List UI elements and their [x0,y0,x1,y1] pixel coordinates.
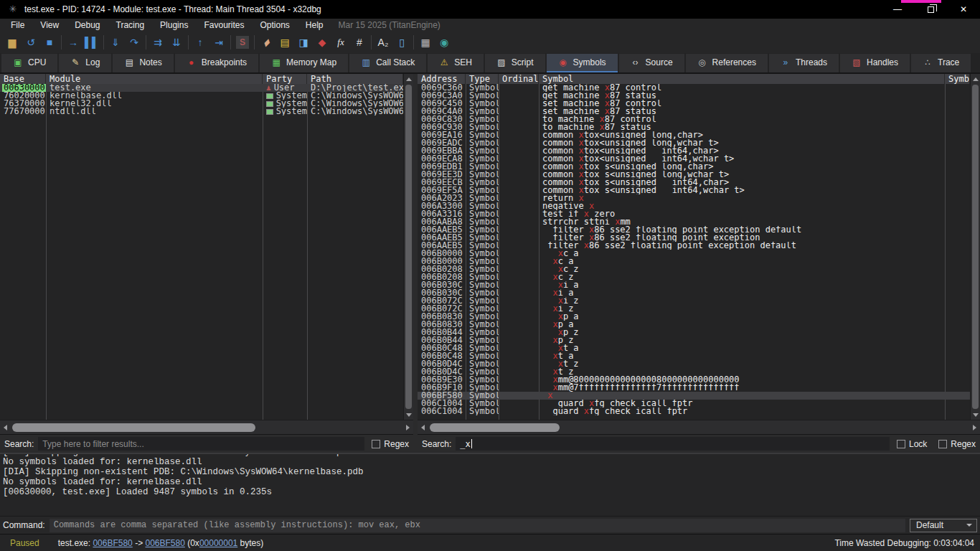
stop-icon[interactable]: ■ [40,34,59,51]
symbols-hscroll-thumb[interactable] [430,423,560,432]
column-header-party[interactable]: Party [263,74,307,84]
execute-till-return-icon[interactable]: ↑ [191,34,209,51]
column-header-symbol-undecorated[interactable]: Symb [945,74,970,84]
tab-log[interactable]: ✎Log [59,54,111,72]
symbol-row[interactable]: 0069EE3DSymbolcommon_xtox_s<unsigned lon… [418,171,970,179]
symbol-row[interactable]: 0069C3A0Symbolget_machine_x87_status [418,92,970,100]
tab-source[interactable]: ‹›Source [619,54,684,72]
symbol-row[interactable]: 0069C450Symbolset_machine_x87_control [418,100,970,108]
symbol-row[interactable]: 0069EBBASymbolcommon_xtox<unsigned __int… [418,147,970,155]
symbol-row[interactable]: 006B030CSymbol__xi_a [418,289,970,297]
bookmarks-icon[interactable]: ◆ [313,34,331,51]
symbols-regex-checkbox[interactable] [938,440,947,448]
symbol-row[interactable]: 006A2023Symbolreturn_x [418,194,970,202]
menu-view[interactable]: View [32,20,67,30]
modules-horizontal-scrollbar[interactable] [0,420,413,434]
command-input[interactable]: Commands are comma separated (like assem… [50,519,905,532]
open-file-icon[interactable]: ▆ [3,34,22,51]
modified-bytes-icon[interactable]: ▯ [392,34,411,51]
symbol-row[interactable]: 006AABA8Symbolstrrchr_sttni_xmm [418,218,970,226]
symbol-row[interactable]: 006B030CSymbol___xi_a [418,281,970,289]
symbol-row[interactable]: 006B072CSymbol___xi_z [418,297,970,305]
modules-search-input[interactable]: Type here to filter results... [38,437,364,451]
address-from-link[interactable]: 006BF580 [93,538,132,548]
symbol-row[interactable]: 0069EECBSymbolcommon_xtox_s<unsigned __i… [418,179,970,187]
modules-regex-checkbox[interactable] [372,440,380,448]
modules-table-header[interactable]: BaseModulePartyPath [0,74,403,84]
symbols-vscroll-thumb[interactable] [972,85,979,409]
menu-help[interactable]: Help [298,20,331,30]
run-to-user-code-icon[interactable]: ⇥ [209,34,228,51]
modules-hscroll-thumb[interactable] [12,423,255,432]
tab-memory-map[interactable]: ▦Memory Map [260,54,348,72]
symbols-horizontal-scrollbar[interactable] [418,420,980,434]
symbol-row[interactable]: 006B072CSymbol__xi_z [418,305,970,313]
functions-icon[interactable]: fx [331,34,350,51]
address-to-link[interactable]: 006BF580 [145,538,184,548]
symbol-row[interactable]: 006B0C48Symbol__xt_a [418,352,970,360]
scroll-right-icon[interactable] [969,420,980,435]
symbol-row[interactable]: 0069C830Symbolto_machine_x87_control [418,116,970,123]
symbol-row[interactable]: 006B0830Symbol___xp_a [418,313,970,321]
column-header-module[interactable]: Module [46,74,263,84]
symbol-row[interactable]: 006B0830Symbol__xp_a [418,321,970,329]
symbols-lock-checkbox[interactable] [897,440,905,448]
pause-icon[interactable]: ▌▌ [83,34,101,51]
symbol-row[interactable]: 006B0C48Symbol___xt_a [418,344,970,352]
column-header-address[interactable]: Address [418,74,466,84]
symbol-row[interactable]: 006AAEB5Symbol__filter_x86_sse2_floating… [418,234,970,242]
module-row[interactable]: 77670000ntdll.dllSystemC:\Windows\SysWOW… [0,108,403,116]
symbol-row[interactable]: 006B9E30Symbol__xmm@80000000000000008000… [418,376,970,384]
menu-file[interactable]: File [3,20,32,30]
tab-notes[interactable]: ▤Notes [113,54,173,72]
symbol-row[interactable]: 006B0D4CSymbol__xt_z [418,368,970,376]
seh-chain-icon[interactable]: S [233,34,252,51]
modules-vscroll-thumb[interactable] [405,85,412,409]
globe-icon[interactable]: ◉ [435,34,453,51]
step-over-icon[interactable]: ↷ [125,34,143,51]
symbol-row[interactable]: 0069EDB1Symbolcommon_xtox_s<unsigned lon… [418,163,970,171]
tab-trace[interactable]: ∴Trace [911,54,971,72]
column-header-base[interactable]: Base [0,74,46,84]
symbols-search-input[interactable]: _x [456,437,890,451]
symbol-row[interactable]: 006C1004Symbol__guard_xfg_check_icall_fp… [418,408,970,415]
profile-dropdown[interactable]: Default [910,519,977,532]
symbols-vertical-scrollbar[interactable] [970,74,980,420]
scroll-up-icon[interactable] [404,74,413,84]
module-row[interactable]: 76370000kernel32.dllSystemC:\Windows\Sys… [0,100,403,108]
bytes-link[interactable]: 00000001 [199,538,237,548]
module-row[interactable]: 00630000test.exe♟UserD:\Project\test.exe [0,84,403,92]
symbol-row[interactable]: 006AAEB5Symbol__filter_x86_sse2_floating… [418,226,970,234]
symbol-row[interactable]: 006B0D4CSymbol___xt_z [418,360,970,368]
scroll-right-icon[interactable] [402,420,413,435]
menu-tracing[interactable]: Tracing [108,20,153,30]
symbol-row[interactable]: 006B9F10Symbol__xmm@7fffffffffffffff7fff… [418,384,970,392]
symbol-row[interactable]: 0069C360Symbolget_machine_x87_control [418,84,970,92]
tab-call-stack[interactable]: ▥Call Stack [349,54,426,72]
symbol-row[interactable]: 0069EADCSymbolcommon_xtox<unsigned long,… [418,139,970,147]
symbols-table-header[interactable]: AddressTypeOrdinalSymbolSymb [418,74,970,84]
tab-references[interactable]: ◎References [686,54,768,72]
tab-symbols[interactable]: ◉Symbols [547,54,618,72]
module-row[interactable]: 76020000kernelbase.dllSystemC:\Windows\S… [0,92,403,100]
tab-script[interactable]: ▨Script [485,54,545,72]
labels-icon[interactable]: ◨ [294,34,313,51]
run-trace-icon[interactable]: ⇉ [149,34,167,51]
symbol-row[interactable]: 0069ECA8Symbolcommon_xtox<unsigned __int… [418,155,970,163]
comments-icon[interactable]: ▤ [275,34,294,51]
restart-icon[interactable]: ↺ [22,34,40,51]
step-trace-icon[interactable]: ⇊ [167,34,186,51]
tab-cpu[interactable]: ▣CPU [1,54,57,72]
symbol-row[interactable]: 006B0208Symbol___xc_z [418,265,970,273]
log-panel[interactable]: [DIA] Skipping non-existent PDB: C:\Wind… [0,453,980,516]
symbol-row[interactable]: 0069C930Symbolto_machine_x87_status [418,123,970,131]
tab-seh[interactable]: ⚠SEH [428,54,484,72]
menu-plugins[interactable]: Plugins [152,20,196,30]
scroll-down-icon[interactable] [404,410,413,420]
tab-threads[interactable]: »Threads [769,54,839,72]
symbol-row[interactable]: 006B0000Symbol___xc_a [418,250,970,258]
symbol-row[interactable]: 006B0000Symbol__xc_a [418,258,970,265]
scroll-left-icon[interactable] [418,420,428,435]
symbol-row[interactable]: 006C1004Symbol___guard_xfg_check_icall_f… [418,400,970,408]
menu-favourites[interactable]: Favourites [196,20,252,30]
